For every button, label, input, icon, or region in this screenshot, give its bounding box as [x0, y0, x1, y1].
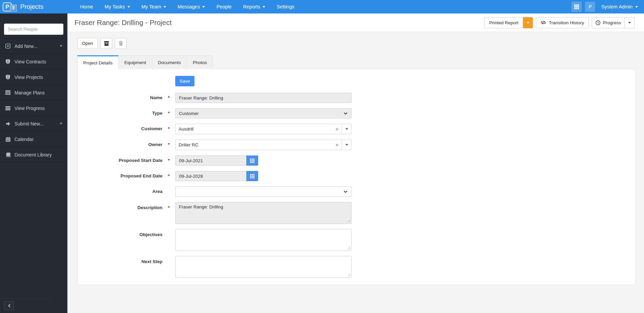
proposed-end-date-label: Proposed End Date — [78, 171, 162, 181]
trash-icon — [119, 41, 123, 46]
sidebar-item-view-projects[interactable]: View Projects — [0, 69, 67, 85]
page-header: Fraser Range: Drilling - Project Printed… — [67, 13, 644, 32]
customer-combobox[interactable]: Ausdrill × — [175, 124, 351, 134]
caret-down-icon — [60, 123, 62, 124]
field-row-name: Name * — [78, 93, 636, 103]
nav-item-settings[interactable]: Settings — [271, 0, 300, 13]
nav-item-my-team[interactable]: My Team — [136, 0, 172, 13]
required-asterisk: * — [162, 93, 175, 103]
owner-label: Owner — [78, 140, 162, 150]
table-icon — [5, 90, 11, 95]
next-step-label: Next Step — [78, 256, 162, 264]
nav-item-messages[interactable]: Messages — [172, 0, 211, 13]
chevron-down-icon — [344, 191, 347, 193]
apps-button[interactable] — [572, 2, 582, 12]
field-row-customer: Customer * Ausdrill × — [78, 124, 636, 134]
printed-report-caret-button[interactable] — [523, 17, 533, 28]
archive-button[interactable] — [100, 38, 112, 49]
calendar-icon — [5, 137, 11, 142]
type-label: Type — [78, 108, 162, 118]
field-row-proposed-start-date: Proposed Start Date * — [78, 155, 636, 166]
top-navbar: P T Projects Home My Tasks My Team Messa… — [0, 0, 644, 13]
proposed-start-date-label: Proposed Start Date — [78, 155, 162, 166]
progress-caret-button[interactable] — [625, 17, 635, 28]
sidebar-collapse-button[interactable] — [4, 301, 14, 310]
main-area: Fraser Range: Drilling - Project Printed… — [67, 13, 644, 313]
objectives-label: Objectives — [78, 229, 162, 237]
owner-combobox[interactable]: Driller RC × — [175, 140, 351, 150]
owner-caret-button[interactable] — [342, 140, 351, 150]
next-step-textarea[interactable] — [175, 256, 351, 278]
proposed-end-date-input[interactable] — [175, 171, 247, 181]
sidebar-item-submit-new[interactable]: Submit New... — [0, 116, 67, 131]
sidebar-item-view-contracts[interactable]: View Contracts — [0, 54, 67, 69]
progress-button[interactable]: Progress — [592, 17, 625, 28]
sidebar-menu: Add New... View Contracts View Projects — [0, 38, 67, 163]
name-label: Name — [78, 93, 162, 103]
caret-down-icon — [163, 6, 166, 8]
profile-button[interactable]: P — [585, 2, 595, 12]
brand[interactable]: P T Projects — [0, 2, 43, 11]
progress-bars-icon — [5, 106, 11, 110]
sidebar-item-manage-plans[interactable]: Manage Plans — [0, 85, 67, 100]
customer-value: Ausdrill — [176, 124, 332, 134]
printed-report-button[interactable]: Printed Report — [484, 17, 523, 28]
plus-square-icon — [5, 44, 11, 49]
caret-down-icon — [345, 144, 348, 146]
tab-equipment[interactable]: Equipment — [118, 55, 152, 69]
delete-button[interactable] — [115, 38, 127, 49]
tab-photos[interactable]: Photos — [187, 55, 213, 69]
shield-icon — [5, 75, 11, 80]
tab-project-details[interactable]: Project Details — [77, 55, 119, 69]
field-row-owner: Owner * Driller RC × — [78, 140, 636, 150]
transition-history-button[interactable]: Transition History — [536, 17, 589, 28]
customer-label: Customer — [78, 124, 162, 134]
sidebar-item-add-new[interactable]: Add New... — [0, 38, 67, 54]
clear-icon[interactable]: × — [332, 140, 342, 150]
area-select[interactable] — [175, 187, 351, 197]
objectives-textarea[interactable] — [175, 229, 351, 251]
archive-icon — [104, 41, 109, 46]
type-select[interactable]: Customer — [175, 108, 351, 118]
field-row-area: Area — [78, 187, 636, 197]
nav-links: Home My Tasks My Team Messages People Re… — [74, 0, 300, 13]
field-row-description: Description * Fraser Range: Drilling — [78, 202, 636, 224]
caret-down-icon — [635, 6, 638, 8]
proposed-start-date-input[interactable] — [175, 155, 247, 166]
printed-report-group: Printed Report — [484, 17, 533, 28]
caret-down-icon — [263, 6, 265, 8]
nav-item-people[interactable]: People — [211, 0, 237, 13]
chevron-left-icon — [8, 304, 10, 308]
sidebar-item-document-library[interactable]: Document Library — [0, 147, 67, 162]
save-button[interactable]: Save — [175, 76, 194, 86]
customer-caret-button[interactable] — [342, 124, 351, 134]
user-menu[interactable]: System Admin — [599, 4, 638, 9]
required-asterisk: * — [162, 202, 175, 210]
caret-down-icon — [345, 128, 348, 130]
grid-icon — [574, 4, 579, 9]
sidebar-item-view-progress[interactable]: View Progress — [0, 100, 67, 116]
arrow-right-icon — [5, 121, 11, 126]
open-button[interactable]: Open — [77, 38, 98, 49]
nav-item-my-tasks[interactable]: My Tasks — [99, 0, 135, 13]
tab-documents[interactable]: Documents — [152, 55, 187, 69]
clear-icon[interactable]: × — [332, 124, 342, 134]
nav-item-home[interactable]: Home — [74, 0, 99, 13]
caret-down-icon — [127, 6, 130, 8]
field-row-proposed-end-date: Proposed End Date * — [78, 171, 636, 181]
progress-group: Progress — [592, 17, 635, 28]
shield-icon — [5, 59, 11, 64]
header-actions: Printed Report Transition History — [484, 17, 635, 28]
calendar-grid-icon — [250, 159, 254, 163]
required-asterisk: * — [162, 108, 175, 118]
start-date-calendar-button[interactable] — [246, 155, 258, 166]
logo-letter-t: T — [10, 5, 17, 11]
sidebar-footer — [0, 298, 51, 313]
search-input[interactable] — [4, 24, 63, 35]
clock-icon — [595, 20, 601, 25]
name-input[interactable] — [175, 93, 351, 103]
description-textarea[interactable]: Fraser Range: Drilling — [175, 202, 351, 224]
nav-item-reports[interactable]: Reports — [237, 0, 271, 13]
sidebar-item-calendar[interactable]: Calendar — [0, 131, 67, 147]
end-date-calendar-button[interactable] — [246, 171, 258, 181]
